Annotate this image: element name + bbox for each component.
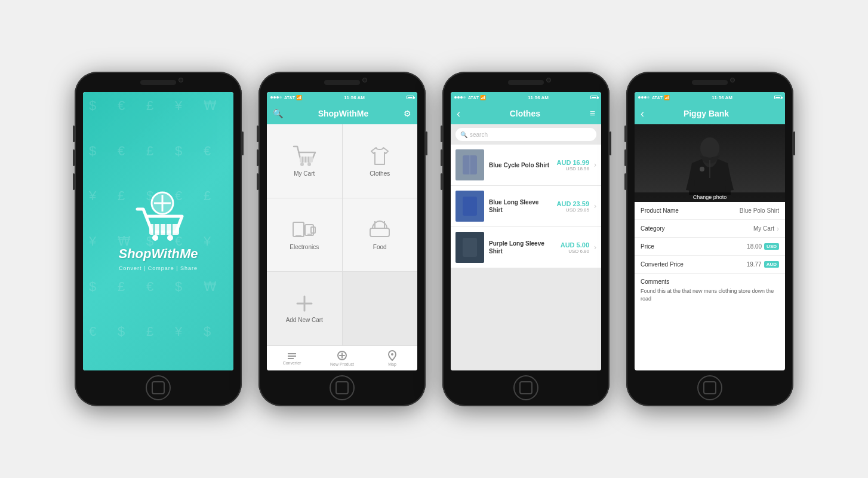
svg-point-14 <box>300 163 304 166</box>
phone-1-screen: $€£¥₩ $€£$€ ¥£$€£ ¥₩$€¥ $£€$₩ €$£¥$ <box>83 92 233 370</box>
side-button-left-2b <box>257 149 258 166</box>
app-logo <box>131 191 185 239</box>
product-name-value: Blue Polo Shirt <box>694 207 779 214</box>
price-value-container: 18.00 USD <box>694 243 779 250</box>
product-price-aud-1: AUD 23.59 <box>557 200 589 207</box>
search-icon-3: 🔍 <box>460 131 467 138</box>
search-bar[interactable]: 🔍 search <box>455 128 596 141</box>
price-currency-badge: USD <box>764 243 779 250</box>
electronics-grid-icon <box>292 219 317 240</box>
status-bar-2: AT&T 📶 11:56 AM <box>267 92 417 103</box>
product-list: Blue Cycle Polo Shirt AUD 16.99 USD 18.5… <box>451 145 601 370</box>
grid-cell-food[interactable]: Food <box>343 198 418 272</box>
tab-converter[interactable]: Converter <box>267 351 317 365</box>
plus-grid-icon <box>295 294 314 313</box>
product-price-usd-0: USD 18.56 <box>557 166 589 171</box>
bottom-tab-bar-2: Converter New Product <box>267 345 417 370</box>
side-button-left-top <box>73 125 75 142</box>
phone-4: AT&T 📶 11:56 AM ‹ Piggy Bank <box>626 72 793 406</box>
grid-cell-clothes[interactable]: Clothes <box>343 124 418 198</box>
grid-cell-addnew[interactable]: Add New Cart <box>267 272 342 345</box>
side-button-left-2 <box>257 125 258 142</box>
svg-rect-37 <box>463 197 477 216</box>
signal-3 <box>454 96 466 99</box>
grid-cell-electronics[interactable]: Electronics <box>267 198 342 272</box>
product-item-2[interactable]: Purple Long Sleeve Shirt AUD 5.00 USD 6.… <box>451 227 601 268</box>
product-name-0: Blue Cycle Polo Shirt <box>489 161 552 169</box>
svg-rect-16 <box>293 222 304 237</box>
svg-point-9 <box>167 235 173 241</box>
grid-cell-empty <box>343 272 418 345</box>
search-header-icon[interactable]: 🔍 <box>273 109 283 118</box>
price-row: Price 18.00 USD <box>635 238 785 256</box>
side-button-left-mid <box>73 149 75 166</box>
grid-label-mycart: My Cart <box>294 170 315 177</box>
product-name-2: Purple Long Sleeve Shirt <box>489 240 556 255</box>
product-price-col-1: AUD 23.59 USD 29.85 <box>557 200 589 213</box>
side-button-right-2 <box>426 131 427 155</box>
dot4-4 <box>647 96 650 99</box>
product-image-container: Change photo <box>635 124 785 202</box>
camera-2 <box>362 78 367 82</box>
category-row[interactable]: Category My Cart › <box>635 220 785 238</box>
home-button-2[interactable] <box>330 375 355 400</box>
product-info-1: Blue Long Sleeve Shirt <box>489 198 552 214</box>
product-item-1[interactable]: Blue Long Sleeve Shirt AUD 23.59 USD 29.… <box>451 186 601 226</box>
newproduct-icon <box>337 350 347 361</box>
side-button-left-4b <box>624 149 626 166</box>
menu-icon-3[interactable]: ≡ <box>590 108 595 119</box>
tab-converter-label: Converter <box>283 361 301 365</box>
settings-icon[interactable]: ⚙ <box>404 109 411 118</box>
signal-2 <box>270 96 282 99</box>
svg-point-8 <box>152 235 158 241</box>
product-arrow-0: › <box>594 161 596 169</box>
grid-label-food: Food <box>373 244 387 250</box>
category-screen: AT&T 📶 11:56 AM ‹ Clothes ≡ <box>451 92 601 370</box>
grid-menu: My Cart Clothes <box>267 124 417 345</box>
detail-header: ‹ Piggy Bank <box>635 103 785 124</box>
phone-2: AT&T 📶 11:56 AM 🔍 ShopWithMe ⚙ <box>258 72 426 406</box>
tab-newproduct[interactable]: New Product <box>317 350 367 366</box>
product-info-0: Blue Cycle Polo Shirt <box>489 161 552 169</box>
search-placeholder: search <box>470 131 488 138</box>
home-button-4[interactable] <box>697 375 722 400</box>
price-label: Price <box>641 243 694 250</box>
grid-cell-mycart[interactable]: My Cart <box>267 124 342 198</box>
dot2 <box>273 96 276 99</box>
home-button-1[interactable] <box>146 375 171 400</box>
grid-label-addnew: Add New Cart <box>286 317 323 323</box>
side-button-left-4c <box>624 173 626 190</box>
back-button-4[interactable]: ‹ <box>641 108 644 120</box>
dot3-4 <box>644 96 647 99</box>
back-button-3[interactable]: ‹ <box>457 108 460 120</box>
side-button-right <box>242 131 244 155</box>
svg-point-15 <box>307 163 311 166</box>
svg-point-40 <box>700 137 719 159</box>
product-arrow-1: › <box>594 202 596 210</box>
carrier-2: AT&T <box>284 96 295 100</box>
wifi-icon-2: 📶 <box>296 95 302 100</box>
grid-label-clothes: Clothes <box>370 170 390 177</box>
svg-rect-39 <box>463 238 477 257</box>
converted-price-row: Converted Price 19.77 AUD <box>635 256 785 274</box>
tab-map[interactable]: Map <box>367 350 417 366</box>
product-info-2: Purple Long Sleeve Shirt <box>489 240 556 255</box>
time-3: 11:56 AM <box>528 95 549 100</box>
product-price-usd-1: USD 29.85 <box>557 207 589 213</box>
change-photo-btn[interactable]: Change photo <box>635 192 785 202</box>
dot3-3 <box>460 96 463 99</box>
carrier-3: AT&T <box>468 96 479 100</box>
converted-value-container: 19.77 AUD <box>694 261 779 268</box>
side-button-left-3b <box>441 149 442 166</box>
detail-title: Piggy Bank <box>684 109 729 118</box>
home-button-3[interactable] <box>513 375 538 400</box>
detail-screen: AT&T 📶 11:56 AM ‹ Piggy Bank <box>635 92 785 370</box>
converter-icon <box>287 351 297 360</box>
camera-3 <box>546 78 551 82</box>
category-header: ‹ Clothes ≡ <box>451 103 601 124</box>
food-grid-icon <box>368 219 392 240</box>
camera <box>178 78 183 82</box>
product-item-0[interactable]: Blue Cycle Polo Shirt AUD 16.99 USD 18.5… <box>451 145 601 185</box>
svg-point-32 <box>391 353 393 356</box>
side-button-left-4 <box>624 125 626 142</box>
